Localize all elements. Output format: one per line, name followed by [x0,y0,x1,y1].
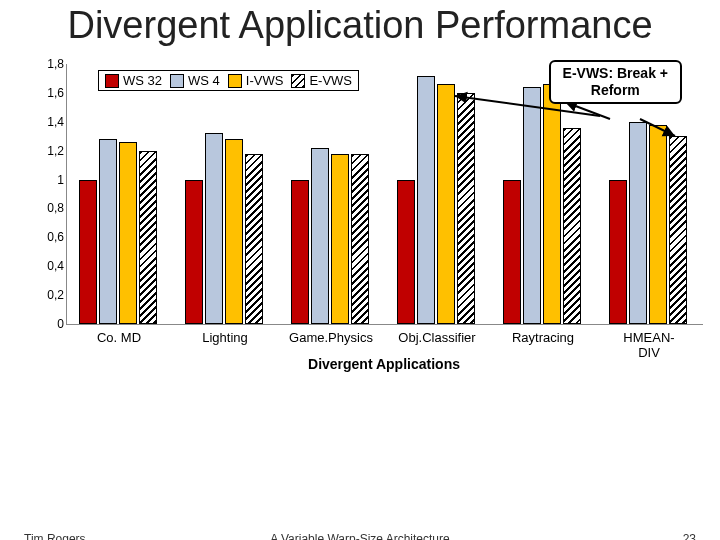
callout-evws: E-VWS: Break + Reform [549,60,682,104]
bar-ws4 [99,139,117,324]
x-category-label: Obj.Classifier [398,330,475,345]
chart: IPC normalized to warp size 32 00,20,40,… [10,64,710,444]
bar-ws32 [291,180,309,324]
bar-ws4 [417,76,435,324]
callout-line2: Reform [563,82,668,99]
y-tick: 0,4 [47,261,64,271]
y-tick: 0,2 [47,290,64,300]
bar-ivws [119,142,137,324]
bar-evws [351,154,369,324]
bar-ws4 [523,87,541,324]
bar-evws [457,93,475,324]
y-tick: 1,2 [47,146,64,156]
bar-evws [563,128,581,324]
page-title: Divergent Application Performance [0,4,720,47]
bar-ivws [225,139,243,324]
y-axis: 00,20,40,60,811,21,41,61,8 [36,64,64,324]
bar-ivws [543,84,561,324]
y-tick: 0,8 [47,203,64,213]
bar-ivws [437,84,455,324]
x-category-label: Co. MD [97,330,141,345]
x-category-label: Game.Physics [289,330,373,345]
bar-ws32 [79,180,97,324]
bar-ws32 [397,180,415,324]
y-tick: 1 [57,175,64,185]
bar-ws4 [629,122,647,324]
bar-evws [669,136,687,324]
bar-ws32 [609,180,627,324]
footer-page: 23 [683,532,696,540]
bar-ivws [331,154,349,324]
bar-evws [245,154,263,324]
y-tick: 1,8 [47,59,64,69]
x-category-label: Lighting [202,330,248,345]
y-tick: 0 [57,319,64,329]
x-category-label: Raytracing [512,330,574,345]
x-categories: Co. MDLightingGame.PhysicsObj.Classifier… [66,330,702,348]
footer-title: A Variable Warp-Size Architecture [0,532,720,540]
bar-ws32 [185,180,203,324]
y-tick: 1,6 [47,88,64,98]
slide: Divergent Application Performance E-VWS:… [0,0,720,540]
bar-ivws [649,125,667,324]
y-tick: 0,6 [47,232,64,242]
bar-ws4 [205,133,223,324]
bar-ws32 [503,180,521,324]
x-axis-label: Divergent Applications [66,356,702,372]
bar-evws [139,151,157,324]
callout-line1: E-VWS: Break + [563,65,668,82]
bar-ws4 [311,148,329,324]
y-tick: 1,4 [47,117,64,127]
